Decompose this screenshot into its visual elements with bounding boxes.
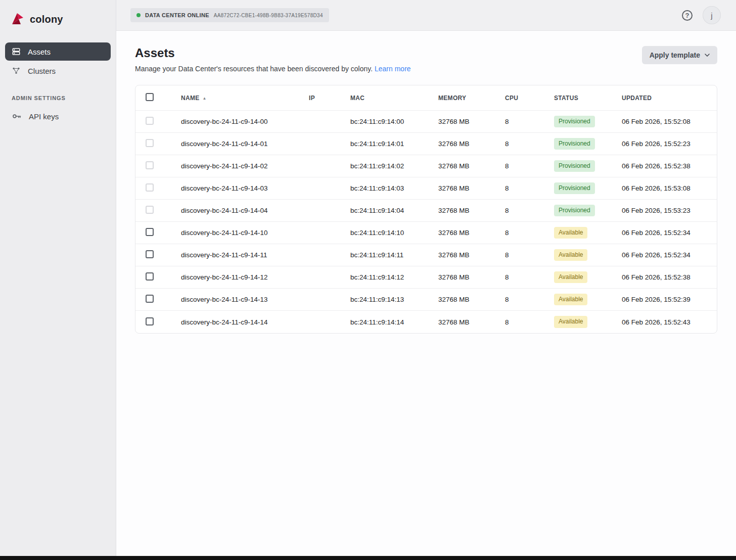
- topbar: DATA CENTER ONLINE AA872C72-CBE1-498B-9B…: [116, 0, 736, 31]
- asset-cpu: 8: [505, 318, 554, 326]
- column-header-status[interactable]: STATUS: [554, 95, 622, 102]
- row-checkbox-cell: [135, 206, 181, 215]
- asset-memory: 32768 MB: [438, 207, 505, 214]
- table-body: discovery-bc-24-11-c9-14-00 bc:24:11:c9:…: [135, 111, 717, 333]
- column-header-memory[interactable]: MEMORY: [438, 95, 505, 102]
- asset-status-cell: Available: [554, 271, 622, 284]
- sidebar-item-label: API keys: [29, 112, 59, 121]
- datacenter-id: AA872C72-CBE1-498B-9B83-37A19E578D34: [214, 13, 323, 18]
- table-row[interactable]: discovery-bc-24-11-c9-14-10 bc:24:11:c9:…: [135, 222, 717, 244]
- row-checkbox[interactable]: [146, 117, 154, 125]
- datacenter-status-label: DATA CENTER ONLINE: [145, 12, 209, 18]
- asset-name: discovery-bc-24-11-c9-14-13: [181, 296, 309, 303]
- asset-name: discovery-bc-24-11-c9-14-12: [181, 273, 309, 281]
- asset-updated: 06 Feb 2026, 15:52:34: [622, 229, 717, 237]
- sidebar-item-clusters[interactable]: Clusters: [5, 62, 111, 80]
- asset-memory: 32768 MB: [438, 184, 505, 192]
- row-checkbox-cell: [135, 295, 181, 304]
- page-header-text: Assets Manage your Data Center's resourc…: [135, 46, 411, 73]
- asset-memory: 32768 MB: [438, 273, 505, 281]
- asset-updated: 06 Feb 2026, 15:52:08: [622, 118, 717, 125]
- asset-name: discovery-bc-24-11-c9-14-14: [181, 318, 309, 326]
- asset-cpu: 8: [505, 273, 554, 281]
- table-row[interactable]: discovery-bc-24-11-c9-14-00 bc:24:11:c9:…: [135, 111, 717, 133]
- status-badge: Available: [554, 294, 587, 306]
- asset-name: discovery-bc-24-11-c9-14-11: [181, 251, 309, 259]
- page-header: Assets Manage your Data Center's resourc…: [135, 46, 717, 73]
- sidebar-item-label: Clusters: [28, 67, 56, 75]
- table-row[interactable]: discovery-bc-24-11-c9-14-04 bc:24:11:c9:…: [135, 200, 717, 222]
- table-row[interactable]: discovery-bc-24-11-c9-14-03 bc:24:11:c9:…: [135, 177, 717, 200]
- admin-settings-label: ADMIN SETTINGS: [5, 81, 111, 107]
- table-row[interactable]: discovery-bc-24-11-c9-14-13 bc:24:11:c9:…: [135, 289, 717, 311]
- logo: colony: [5, 9, 111, 42]
- asset-name: discovery-bc-24-11-c9-14-00: [181, 118, 309, 125]
- sidebar: colony Assets: [0, 0, 116, 556]
- asset-name: discovery-bc-24-11-c9-14-03: [181, 184, 309, 192]
- column-header-ip[interactable]: IP: [309, 95, 350, 102]
- row-checkbox[interactable]: [146, 139, 154, 147]
- row-checkbox[interactable]: [146, 317, 154, 325]
- table-row[interactable]: discovery-bc-24-11-c9-14-12 bc:24:11:c9:…: [135, 266, 717, 289]
- row-checkbox-cell: [135, 228, 181, 238]
- asset-mac: bc:24:11:c9:14:02: [350, 162, 438, 170]
- status-badge: Available: [554, 227, 587, 239]
- asset-cpu: 8: [505, 118, 554, 125]
- learn-more-link[interactable]: Learn more: [375, 65, 411, 73]
- asset-cpu: 8: [505, 162, 554, 170]
- asset-mac: bc:24:11:c9:14:14: [350, 318, 438, 326]
- row-checkbox-cell: [135, 317, 181, 327]
- assets-table: NAME▲ IP MAC MEMORY CPU STATUS UPDATED d…: [135, 85, 717, 334]
- asset-updated: 06 Feb 2026, 15:52:23: [622, 140, 717, 148]
- row-checkbox[interactable]: [146, 206, 154, 214]
- asset-memory: 32768 MB: [438, 140, 505, 148]
- asset-updated: 06 Feb 2026, 15:53:08: [622, 184, 717, 192]
- status-badge: Provisioned: [554, 205, 595, 217]
- row-checkbox[interactable]: [146, 161, 154, 169]
- asset-name: discovery-bc-24-11-c9-14-01: [181, 140, 309, 148]
- asset-memory: 32768 MB: [438, 318, 505, 326]
- row-checkbox[interactable]: [146, 183, 154, 192]
- row-checkbox-cell: [135, 139, 181, 149]
- sidebar-item-assets[interactable]: Assets: [5, 42, 111, 61]
- row-checkbox[interactable]: [146, 228, 154, 236]
- column-header-updated[interactable]: UPDATED: [622, 95, 717, 102]
- help-icon[interactable]: ?: [682, 10, 693, 21]
- asset-updated: 06 Feb 2026, 15:52:39: [622, 296, 717, 303]
- sort-asc-icon: ▲: [203, 96, 207, 101]
- cluster-icon: [12, 66, 21, 75]
- row-checkbox-cell: [135, 183, 181, 193]
- key-icon: [12, 111, 22, 121]
- row-checkbox[interactable]: [146, 272, 154, 281]
- column-header-mac[interactable]: MAC: [350, 95, 438, 102]
- app-window: colony Assets: [0, 0, 736, 556]
- asset-mac: bc:24:11:c9:14:10: [350, 229, 438, 237]
- asset-memory: 32768 MB: [438, 229, 505, 237]
- apply-template-button[interactable]: Apply template: [642, 46, 717, 64]
- asset-memory: 32768 MB: [438, 162, 505, 170]
- table-row[interactable]: discovery-bc-24-11-c9-14-01 bc:24:11:c9:…: [135, 133, 717, 155]
- topbar-actions: ? j: [682, 6, 721, 24]
- row-checkbox[interactable]: [146, 295, 154, 303]
- asset-memory: 32768 MB: [438, 296, 505, 303]
- status-badge: Available: [554, 271, 587, 284]
- asset-status-cell: Available: [554, 227, 622, 239]
- apply-template-label: Apply template: [650, 51, 700, 59]
- table-row[interactable]: discovery-bc-24-11-c9-14-11 bc:24:11:c9:…: [135, 244, 717, 266]
- row-checkbox[interactable]: [146, 250, 154, 258]
- column-header-name[interactable]: NAME▲: [181, 95, 309, 102]
- asset-status-cell: Provisioned: [554, 116, 622, 128]
- asset-mac: bc:24:11:c9:14:11: [350, 251, 438, 259]
- asset-updated: 06 Feb 2026, 15:52:38: [622, 273, 717, 281]
- asset-status-cell: Available: [554, 316, 622, 328]
- table-row[interactable]: discovery-bc-24-11-c9-14-14 bc:24:11:c9:…: [135, 311, 717, 333]
- sidebar-item-api-keys[interactable]: API keys: [5, 107, 111, 125]
- column-header-cpu[interactable]: CPU: [505, 95, 554, 102]
- select-all-checkbox[interactable]: [146, 93, 154, 101]
- asset-cpu: 8: [505, 184, 554, 192]
- page-title: Assets: [135, 46, 411, 60]
- table-row[interactable]: discovery-bc-24-11-c9-14-02 bc:24:11:c9:…: [135, 155, 717, 177]
- asset-updated: 06 Feb 2026, 15:53:23: [622, 207, 717, 214]
- avatar[interactable]: j: [703, 6, 721, 24]
- asset-memory: 32768 MB: [438, 118, 505, 125]
